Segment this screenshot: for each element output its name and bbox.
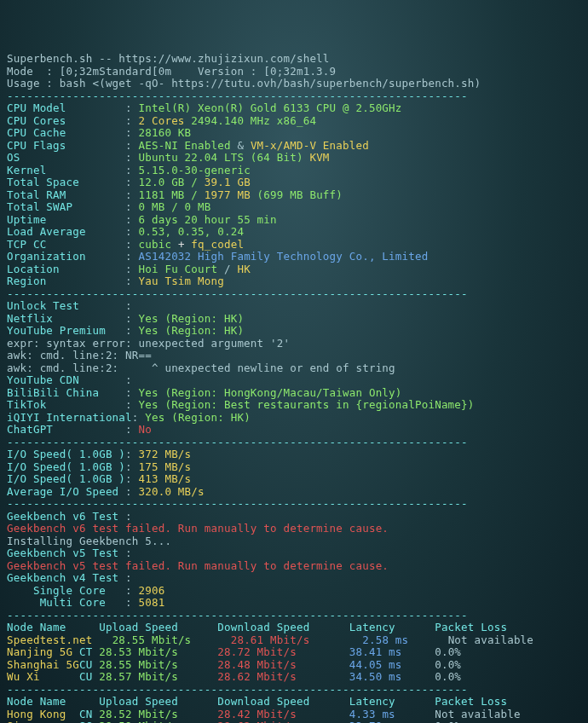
header-usage: Usage : bash <(wget -qO- https://tutu.ov… (7, 78, 581, 90)
divider: ----------------------------------------… (7, 610, 581, 622)
row-uptime: Uptime : 6 days 20 hour 55 min (7, 214, 581, 227)
row-ram: Total RAM : 1181 MB / 1977 MB (699 MB Bu… (7, 189, 581, 202)
row-gb4-mc: Multi Core : 5081 (7, 597, 581, 610)
divider: ----------------------------------------… (7, 437, 581, 449)
row-iqiyi: iQIYI International: Yes (Region: HK) (7, 412, 581, 425)
row-err2: awk: cmd. line:2: NR== (7, 350, 581, 362)
row-region: Region : Yau Tsim Mong (7, 275, 581, 288)
row-io-2: I/O Speed( 1.0GB ): 175 MB/s (7, 461, 581, 474)
header-mode: Mode : [0;32mStandard[0m Version : [0;32… (7, 66, 581, 78)
row-cpu-cores: CPU Cores : 2 Cores 2494.140 MHz x86_64 (7, 115, 581, 128)
row-youtube-premium: YouTube Premium : Yes (Region: HK) (7, 325, 581, 338)
row-gb6: Geekbench v6 Test : (7, 511, 581, 523)
row-bilibili: BiliBili China : Yes (Region: HongKong/M… (7, 387, 581, 400)
row-gb5: Geekbench v5 Test : (7, 547, 581, 560)
row-os: OS : Ubuntu 22.04 LTS (64 Bit) KVM (7, 152, 581, 165)
row-gb4-sc: Single Core : 2906 (7, 585, 581, 598)
divider: ----------------------------------------… (7, 498, 581, 511)
row-net-header: Node Name Upload Speed Download Speed La… (7, 696, 581, 709)
row-err3: awk: cmd. line:2: ^ unexpected newline o… (7, 362, 581, 375)
row-net: Nanjing 5G CT 28.53 Mbit/s 28.72 Mbit/s … (7, 646, 581, 659)
row-tcp-cc: TCP CC : cubic + fq_codel (7, 239, 581, 252)
row-tiktok: TikTok : Yes (Region: Best restaurants i… (7, 399, 581, 412)
divider: ----------------------------------------… (7, 684, 581, 697)
row-io-3: I/O Speed( 1.0GB ): 413 MB/s (7, 473, 581, 486)
row-net: Hong Kong CN 28.52 Mbit/s 28.42 Mbit/s 4… (7, 709, 581, 721)
row-io-avg: Average I/O Speed : 320.0 MB/s (7, 486, 581, 499)
row-netflix: Netflix : Yes (Region: HK) (7, 313, 581, 326)
row-net: Wu Xi CU 28.57 Mbit/s 28.62 Mbit/s 34.50… (7, 671, 581, 684)
row-err1: expr: syntax error: unexpected argument … (7, 338, 581, 350)
row-youtube-cdn: YouTube CDN : (7, 374, 581, 387)
row-cpu-flags: CPU Flags : AES-NI Enabled & VM-x/AMD-V … (7, 140, 581, 153)
row-gb6-fail: Geekbench v6 test failed. Run manually t… (7, 523, 581, 535)
row-swap: Total SWAP : 0 MB / 0 MB (7, 201, 581, 214)
header-title: Superbench.sh -- https://www.zhujizixun.… (7, 53, 581, 66)
terminal-output: Superbench.sh -- https://www.zhujizixun.… (7, 53, 581, 723)
row-gb4: Geekbench v4 Test : (7, 572, 581, 585)
row-cpu-cache: CPU Cache : 28160 KB (7, 127, 581, 140)
row-net: Speedtest.net 28.55 Mbit/s 28.61 Mbit/s … (7, 634, 581, 647)
row-gb5-fail: Geekbench v5 test failed. Run manually t… (7, 560, 581, 573)
divider: ----------------------------------------… (7, 288, 581, 301)
row-load: Load Average : 0.53, 0.35, 0.24 (7, 226, 581, 239)
row-net: Shanghai 5GCU 28.55 Mbit/s 28.48 Mbit/s … (7, 659, 581, 672)
divider: ----------------------------------------… (7, 90, 581, 103)
row-io-1: I/O Speed( 1.0GB ): 372 MB/s (7, 448, 581, 461)
row-space: Total Space : 12.0 GB / 39.1 GB (7, 176, 581, 189)
row-net-header: Node Name Upload Speed Download Speed La… (7, 622, 581, 634)
row-gb5-install: Installing Geekbench 5... (7, 535, 581, 548)
row-location: Location : Hoi Fu Court / HK (7, 263, 581, 276)
row-kernel: Kernel : 5.15.0-30-generic (7, 165, 581, 177)
row-chatgpt: ChatGPT : No (7, 424, 581, 437)
row-org: Organization : AS142032 High Family Tech… (7, 251, 581, 263)
row-cpu-model: CPU Model : Intel(R) Xeon(R) Gold 6133 C… (7, 102, 581, 115)
row-unlock-title: Unlock Test : (7, 300, 581, 313)
